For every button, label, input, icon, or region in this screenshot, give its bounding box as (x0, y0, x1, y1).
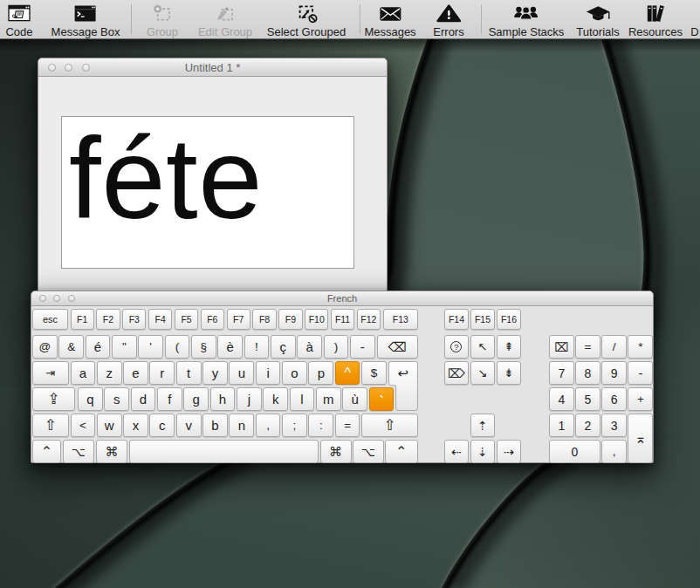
key-f[interactable]: f (157, 387, 182, 411)
key-8[interactable]: 8 (575, 361, 600, 385)
key-w[interactable]: w (97, 414, 122, 437)
key-d[interactable]: d (131, 387, 156, 411)
key-option[interactable]: ⌥ (353, 440, 384, 463)
key-x[interactable]: x (123, 414, 148, 437)
key-tab[interactable]: ⇥ (32, 361, 69, 385)
key-at[interactable]: @ (32, 335, 58, 359)
key-numpad-divide[interactable]: / (601, 335, 627, 359)
key-h[interactable]: h (210, 387, 236, 411)
key-F11[interactable]: F11 (331, 309, 354, 330)
key-exclamation[interactable]: ! (244, 335, 270, 359)
key-apostrophe[interactable]: ' (138, 335, 163, 359)
key-delete-forward[interactable]: ⌦ (444, 361, 470, 385)
key-o[interactable]: o (282, 361, 307, 385)
key-F7[interactable]: F7 (227, 309, 250, 330)
key-p[interactable]: p (308, 361, 333, 385)
key-grave-accent[interactable]: ` (369, 387, 395, 411)
key-colon[interactable]: : (308, 414, 333, 437)
toolbar-item-errors[interactable]: Errors (433, 0, 463, 38)
key-shift[interactable]: ⇧ (361, 414, 417, 437)
key-numpad-plus[interactable]: + (628, 387, 653, 411)
key-n[interactable]: n (229, 414, 254, 437)
key-c-cedilla[interactable]: ç (271, 335, 296, 359)
key-7[interactable]: 7 (549, 361, 574, 385)
key-ampersand[interactable]: & (58, 335, 84, 359)
key-3[interactable]: 3 (601, 414, 627, 437)
key-q[interactable]: q (78, 387, 103, 411)
key-F4[interactable]: F4 (148, 309, 172, 330)
key-circumflex[interactable]: ^ (335, 361, 360, 385)
key-less-than[interactable]: < (71, 414, 96, 437)
key-F12[interactable]: F12 (357, 309, 381, 330)
key-arrow-up[interactable]: ⇡ (470, 414, 496, 437)
key-y[interactable]: y (202, 361, 228, 385)
key-backspace[interactable]: ⌫ (377, 335, 418, 359)
key-numpad-enter[interactable]: ⌅ (628, 414, 653, 463)
key-l[interactable]: l (290, 387, 315, 411)
key-c[interactable]: c (149, 414, 175, 437)
key-arrow-left[interactable]: ⇠ (444, 440, 470, 463)
key-minus[interactable]: - (628, 361, 653, 385)
key-5[interactable]: 5 (575, 387, 600, 411)
key-9[interactable]: 9 (601, 361, 627, 385)
key-1[interactable]: 1 (549, 414, 574, 437)
key-s[interactable]: s (104, 387, 129, 411)
key-numpad-clear[interactable]: ⌧ (549, 335, 574, 359)
toolbar-item-tutorials[interactable]: Tutorials (576, 0, 619, 38)
key-e-grave[interactable]: è (217, 335, 243, 359)
key-F1[interactable]: F1 (71, 309, 94, 330)
toolbar-item-select-grouped[interactable]: Select Grouped (267, 0, 346, 38)
key-6[interactable]: 6 (601, 387, 627, 411)
key-home[interactable]: ↖ (470, 335, 496, 359)
key-minus[interactable]: - (350, 335, 375, 359)
toolbar-item-sample-stacks[interactable]: Sample Stacks (489, 0, 565, 38)
key-e-acute[interactable]: é (86, 335, 111, 359)
key-page-down[interactable]: ⇟ (497, 361, 522, 385)
key-j[interactable]: j (237, 387, 262, 411)
key-F14[interactable]: F14 (444, 309, 470, 330)
toolbar-item-code[interactable]: Code (5, 0, 33, 38)
key-option[interactable]: ⌥ (63, 440, 95, 463)
key-b[interactable]: b (202, 414, 228, 437)
key-F16[interactable]: F16 (497, 309, 522, 330)
key-F8[interactable]: F8 (252, 309, 276, 330)
key-section[interactable]: § (191, 335, 216, 359)
key-a[interactable]: a (71, 361, 96, 385)
key-escape[interactable]: esc (32, 309, 68, 330)
key-arrow-down[interactable]: ⇣ (470, 440, 496, 463)
key-F10[interactable]: F10 (305, 309, 328, 330)
key-paren-left[interactable]: ( (165, 335, 190, 359)
key-e[interactable]: e (123, 361, 148, 385)
document-window-titlebar[interactable]: Untitled 1 * (38, 58, 387, 77)
key-4[interactable]: 4 (549, 387, 574, 411)
key-F15[interactable]: F15 (470, 309, 496, 330)
key-m[interactable]: m (316, 387, 341, 411)
toolbar-item-resources[interactable]: Resources (628, 0, 683, 38)
key-g[interactable]: g (183, 387, 209, 411)
key-control[interactable]: ⌃ (385, 440, 418, 463)
key-numpad-multiply[interactable]: * (628, 335, 653, 359)
key-F3[interactable]: F3 (122, 309, 146, 330)
key-2[interactable]: 2 (575, 414, 600, 437)
key-arrow-right[interactable]: ⇢ (497, 440, 522, 463)
key-F2[interactable]: F2 (96, 309, 120, 330)
key-F13[interactable]: F13 (383, 309, 418, 330)
key-semicolon[interactable]: ; (282, 414, 307, 437)
key-equals[interactable]: = (575, 335, 600, 359)
key-control[interactable]: ⌃ (32, 440, 61, 463)
key-z[interactable]: z (97, 361, 122, 385)
key-command[interactable]: ⌘ (320, 440, 352, 463)
key-caps-lock[interactable]: ⇪ (32, 387, 75, 411)
key-command[interactable]: ⌘ (96, 440, 128, 463)
key-t[interactable]: t (176, 361, 202, 385)
key-comma[interactable]: , (601, 440, 627, 463)
key-comma[interactable]: , (256, 414, 281, 437)
key-shift[interactable]: ⇧ (32, 414, 69, 437)
key-space[interactable] (129, 440, 319, 463)
key-dollar[interactable]: $ (361, 361, 387, 385)
text-field[interactable]: féte (61, 116, 354, 269)
key-0[interactable]: 0 (549, 440, 600, 463)
key-equals[interactable]: = (335, 414, 360, 437)
key-F6[interactable]: F6 (201, 309, 224, 330)
key-paren-right[interactable]: ) (324, 335, 349, 359)
